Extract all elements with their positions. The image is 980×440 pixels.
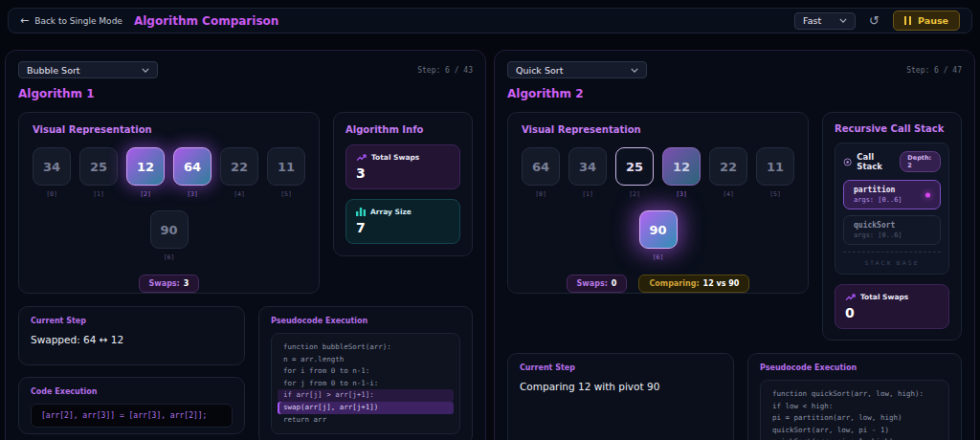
pseudocode-line: quickSort(arr, low, pi - 1)	[767, 425, 943, 437]
swaps-badge-label: Swaps:	[577, 279, 608, 288]
array-index-label: [1]	[582, 190, 593, 198]
total-swaps-value: 0	[845, 305, 939, 320]
algorithm-1-select-value: Bubble Sort	[27, 65, 80, 76]
array-index-label: [2]	[629, 190, 640, 198]
swaps-badge-value: 3	[184, 279, 189, 288]
array-tile: 22	[220, 147, 258, 186]
speed-select[interactable]: Fast	[794, 12, 856, 30]
back-arrow-icon: ←	[20, 15, 29, 26]
chevron-down-icon	[142, 68, 149, 73]
array-index-label: [4]	[234, 190, 245, 198]
pause-button[interactable]: Pause	[893, 11, 960, 31]
pseudocode-line: quickSort(arr, pi + 1, high)	[767, 436, 943, 440]
pseudocode-line: for i from 0 to n-1:	[278, 365, 454, 378]
app-header: ← Back to Single Mode Algorithm Comparis…	[8, 8, 972, 33]
array-element: 64 [0]	[522, 147, 560, 198]
array-tile: 90	[639, 210, 678, 249]
pseudocode-line: function quickSort(arr, low, high):	[767, 388, 943, 401]
stack-base-label: STACK BASE	[843, 252, 941, 266]
algorithm-2-select-value: Quick Sort	[516, 65, 563, 76]
array-index-label: [5]	[280, 190, 292, 198]
step-counter: Step: 6 / 43	[417, 66, 473, 75]
visual-representation-title: Visual Representation	[522, 124, 794, 135]
total-swaps-label: Total Swaps	[860, 293, 908, 301]
code-execution-card: Code Execution [arr[2], arr[3]] = [arr[3…	[18, 377, 245, 434]
frame-args: args: [0..6]	[854, 231, 930, 239]
reset-icon[interactable]: ↺	[869, 14, 880, 27]
array-tile: 12	[126, 147, 165, 186]
screen: ← Back to Single Mode Algorithm Comparis…	[0, 0, 980, 440]
code-execution-title: Code Execution	[31, 387, 233, 396]
array-size-label: Array Size	[370, 208, 412, 216]
current-step-title: Current Step	[520, 363, 722, 372]
trending-up-icon	[356, 153, 367, 162]
algorithm-2-title: Algorithm 2	[507, 87, 962, 100]
array-element: 12 [2]	[126, 147, 165, 198]
algorithm-info-title: Algorithm Info	[345, 124, 460, 135]
trending-up-icon	[845, 293, 856, 301]
comparing-badge: Comparing: 12 vs 90	[638, 275, 749, 293]
swaps-badge: Swaps: 0	[567, 275, 628, 293]
frame-name: partition	[854, 186, 930, 194]
header-controls: Fast ↺ Pause	[794, 11, 960, 31]
array-index-label: [3]	[676, 190, 687, 198]
array-index-label: [6]	[653, 253, 664, 261]
visual-representation-card: Visual Representation 34 [0] 25 [1]	[18, 112, 320, 294]
array-element: 25 [2]	[615, 147, 654, 198]
call-stack-box: Call Stack Depth: 2 partition args: [0..…	[835, 143, 949, 275]
pseudocode-line: pi = partition(arr, low, high)	[767, 412, 943, 425]
algorithm-1-panel: Bubble Sort Step: 6 / 43 Algorithm 1 Vis…	[5, 50, 486, 440]
back-button-label: Back to Single Mode	[34, 16, 122, 26]
array-size-value: 7	[356, 220, 450, 235]
swaps-badge-label: Swaps:	[149, 279, 180, 288]
call-stack-frames: partition args: [0..6] quickSort args: […	[843, 180, 941, 245]
array-tile: 22	[709, 147, 747, 186]
array-tile: 11	[267, 147, 305, 186]
array-element: 64 [3]	[173, 147, 212, 198]
pseudocode-line: swap(arr[j], arr[j+1])	[278, 402, 454, 414]
call-stack-icon	[843, 157, 852, 167]
back-to-single-mode-button[interactable]: ← Back to Single Mode	[20, 15, 122, 26]
pseudocode-title: Pseudocode Execution	[760, 363, 949, 372]
array-tile: 90	[150, 210, 189, 249]
pause-icon	[904, 16, 911, 25]
algorithm-1-title: Algorithm 1	[18, 87, 473, 100]
pseudocode-line: if arr[j] > arr[j+1]:	[278, 389, 454, 402]
algorithm-1-select[interactable]: Bubble Sort	[18, 61, 158, 78]
current-step-title: Current Step	[31, 317, 233, 325]
array-element: 11 [5]	[756, 147, 794, 198]
array-size-stat: Array Size 7	[345, 199, 460, 244]
visual-representation-card: Visual Representation 64 [0] 34 [1]	[507, 112, 809, 294]
array-index-label: [6]	[164, 253, 175, 261]
swaps-badge: Swaps: 3	[139, 275, 200, 293]
array-tiles-row: 34 [0] 25 [1] 12 [2]	[33, 147, 305, 198]
active-frame-dot	[925, 192, 930, 197]
algorithm-info-card: Algorithm Info Total Swaps 3 Array Size	[333, 112, 473, 256]
current-step-text: Comparing 12 with pivot 90	[520, 381, 722, 392]
array-element: 34 [0]	[33, 147, 71, 198]
chevron-down-icon	[631, 68, 638, 73]
array-index-label: [5]	[769, 190, 781, 198]
depth-badge: Depth: 2	[900, 151, 941, 172]
call-stack-frame: partition args: [0..6]	[843, 180, 941, 209]
array-index-label: [2]	[140, 190, 151, 198]
pseudocode-card: Pseudocode Execution function quickSort(…	[747, 353, 962, 440]
array-tile: 11	[756, 147, 794, 186]
comparison-layout: Bubble Sort Step: 6 / 43 Algorithm 1 Vis…	[0, 33, 980, 440]
swaps-badge-value: 0	[612, 279, 617, 288]
algorithm-2-select[interactable]: Quick Sort	[507, 61, 647, 78]
frame-name: quickSort	[854, 221, 930, 230]
array-tile: 34	[33, 147, 71, 186]
array-index-label: [4]	[723, 190, 734, 198]
pseudocode-line: if low < high:	[767, 401, 943, 413]
bar-chart-icon	[356, 208, 366, 216]
array-element: 34 [1]	[568, 147, 607, 198]
comparing-badge-value: 12 vs 90	[703, 279, 740, 288]
code-execution-snippet: [arr[2], arr[3]] = [arr[3], arr[2]];	[31, 404, 233, 428]
recursive-call-stack-card: Recursive Call Stack Call Stack Depth: 2…	[822, 112, 962, 341]
chevron-down-icon	[839, 18, 847, 23]
current-step-card: Current Step Swapped: 64 ↔ 12	[18, 306, 245, 365]
call-stack-frame: quickSort args: [0..6]	[843, 215, 941, 245]
array-element: 12 [3]	[662, 147, 701, 198]
array-element: 22 [4]	[709, 147, 747, 198]
